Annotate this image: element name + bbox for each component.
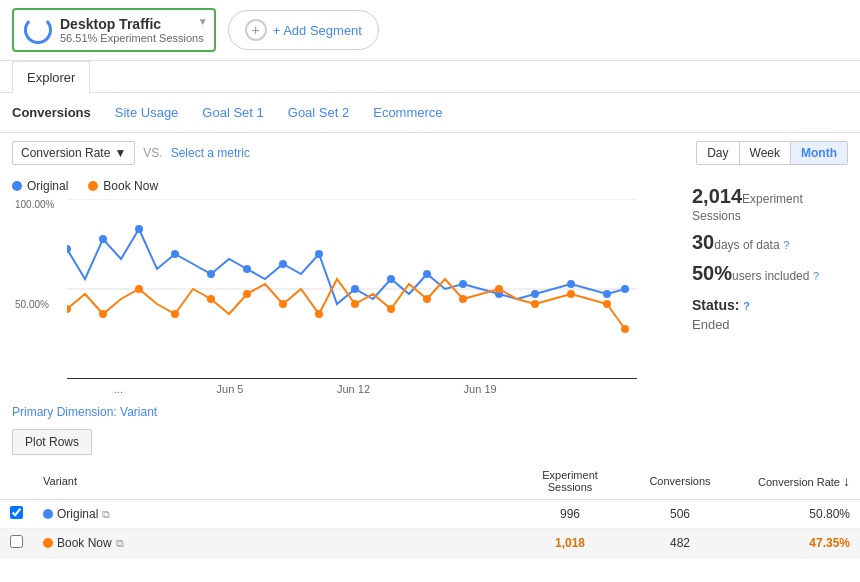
status-label: Status: ? [692, 297, 848, 313]
row-rate: 47.35% [730, 529, 860, 558]
svg-point-32 [531, 300, 539, 308]
y-label-mid: 50.00% [15, 299, 54, 310]
nav-tab-conversions[interactable]: Conversions [12, 101, 103, 124]
row-sessions: 996 [510, 500, 630, 529]
add-icon: + [245, 19, 267, 41]
status-help-icon[interactable]: ? [743, 300, 750, 312]
svg-point-25 [279, 300, 287, 308]
svg-point-17 [603, 290, 611, 298]
row-checkbox[interactable] [10, 506, 23, 519]
svg-point-20 [99, 310, 107, 318]
row-conversions: 506 [630, 500, 730, 529]
chevron-down-icon: ▼ [198, 16, 208, 27]
primary-dim-label: Primary Dimension: [12, 405, 117, 419]
metric-label: Conversion Rate [21, 146, 110, 160]
row-variant-cell: Original ⧉ [33, 500, 510, 529]
variant-dot [43, 509, 53, 519]
period-week-button[interactable]: Week [740, 142, 791, 164]
svg-point-30 [459, 295, 467, 303]
sort-icon[interactable]: ↓ [843, 473, 850, 489]
primary-dimension: Primary Dimension: Variant [0, 399, 860, 425]
days-count: 30 [692, 231, 714, 253]
svg-point-24 [243, 290, 251, 298]
svg-point-9 [315, 250, 323, 258]
sessions-count: 2,014 [692, 185, 742, 207]
period-buttons: Day Week Month [696, 141, 848, 165]
controls-row: Conversion Rate ▼ VS. Select a metric Da… [0, 133, 860, 173]
period-month-button[interactable]: Month [791, 142, 847, 164]
svg-point-35 [621, 325, 629, 333]
svg-point-8 [279, 260, 287, 268]
select-metric-link[interactable]: Select a metric [171, 146, 250, 160]
external-link-icon[interactable]: ⧉ [102, 508, 110, 521]
tab-explorer[interactable]: Explorer [12, 61, 90, 93]
legend-label-booknow: Book Now [103, 179, 158, 193]
row-checkbox-cell[interactable] [0, 529, 33, 558]
explorer-tab-bar: Explorer [0, 61, 860, 93]
users-pct: 50% [692, 262, 732, 284]
svg-point-7 [243, 265, 251, 273]
nav-tab-goal-set-2[interactable]: Goal Set 2 [276, 101, 361, 124]
nav-tab-site-usage[interactable]: Site Usage [103, 101, 191, 124]
svg-point-31 [495, 285, 503, 293]
svg-point-3 [99, 235, 107, 243]
svg-point-33 [567, 290, 575, 298]
metric-select[interactable]: Conversion Rate ▼ [12, 141, 135, 165]
external-link-icon[interactable]: ⧉ [116, 537, 124, 550]
svg-point-26 [315, 310, 323, 318]
svg-point-18 [621, 285, 629, 293]
status-value: Ended [692, 317, 848, 332]
legend-label-original: Original [27, 179, 68, 193]
nav-tab-ecommerce[interactable]: Ecommerce [361, 101, 454, 124]
table-header-row: Variant Experiment Sessions Conversions … [0, 463, 860, 500]
svg-point-15 [531, 290, 539, 298]
nav-tab-goal-set-1[interactable]: Goal Set 1 [190, 101, 275, 124]
chart-x-labels: ... Jun 5 Jun 12 Jun 19 [67, 379, 637, 399]
svg-point-2 [67, 245, 71, 253]
y-label-top: 100.00% [15, 199, 54, 210]
primary-dim-value[interactable]: Variant [120, 405, 157, 419]
variant-dot [43, 538, 53, 548]
stat-sessions: 2,014Experiment Sessions [692, 185, 848, 223]
variant-name-label: Original [57, 507, 98, 521]
plot-rows-button[interactable]: Plot Rows [12, 429, 92, 455]
chart-y-labels: 100.00% 50.00% [15, 199, 54, 399]
segment-subtitle: 56.51% Experiment Sessions [60, 32, 204, 44]
data-table: Variant Experiment Sessions Conversions … [0, 463, 860, 558]
th-conv-rate: Conversion Rate ↓ [730, 463, 860, 500]
svg-point-34 [603, 300, 611, 308]
main-area: Original Book Now 100.00% 50.00% [0, 173, 860, 399]
users-help-icon[interactable]: ? [813, 270, 819, 282]
legend-original: Original [12, 179, 68, 193]
row-sessions: 1,018 [510, 529, 630, 558]
row-checkbox-cell[interactable] [0, 500, 33, 529]
segment-item-desktop[interactable]: Desktop Traffic 56.51% Experiment Sessio… [12, 8, 216, 52]
dropdown-icon: ▼ [114, 146, 126, 160]
th-variant: Variant [33, 463, 510, 500]
segment-bar: Desktop Traffic 56.51% Experiment Sessio… [0, 0, 860, 61]
add-segment-label: + Add Segment [273, 23, 362, 38]
chart-svg [67, 199, 637, 379]
svg-point-29 [423, 295, 431, 303]
legend-booknow: Book Now [88, 179, 158, 193]
th-exp-sessions: Experiment Sessions [510, 463, 630, 500]
svg-point-4 [135, 225, 143, 233]
row-conversions: 482 [630, 529, 730, 558]
legend-dot-booknow [88, 181, 98, 191]
x-label-jun19: Jun 19 [464, 383, 497, 395]
legend-dot-original [12, 181, 22, 191]
segment-title: Desktop Traffic [60, 16, 204, 32]
stats-panel: 2,014Experiment Sessions 30days of data … [680, 173, 860, 399]
days-label: days of data [714, 238, 779, 252]
x-label-start: ... [114, 383, 123, 395]
variant-name-label: Book Now [57, 536, 112, 550]
segment-loading-icon [24, 16, 52, 44]
days-help-icon[interactable]: ? [783, 239, 789, 251]
stat-days: 30days of data ? [692, 231, 848, 254]
period-day-button[interactable]: Day [697, 142, 739, 164]
nav-tabs: Conversions Site Usage Goal Set 1 Goal S… [0, 93, 860, 133]
add-segment-button[interactable]: + + Add Segment [228, 10, 379, 50]
vs-label: VS. [143, 146, 162, 160]
row-checkbox[interactable] [10, 535, 23, 548]
svg-point-28 [387, 305, 395, 313]
